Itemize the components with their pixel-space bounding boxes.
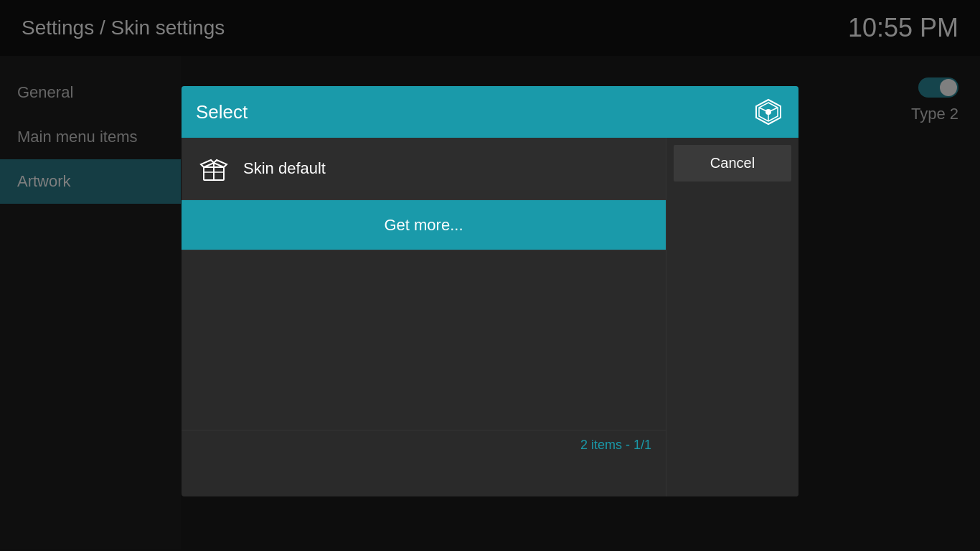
list-empty-area [182,250,666,430]
list-item-skin-default[interactable]: Skin default [182,138,666,200]
cancel-button[interactable]: Cancel [674,145,791,182]
kodi-icon [753,96,784,128]
dialog-list-footer: 2 items - 1/1 [182,430,666,460]
dialog-list: Skin default Get more... 2 items - 1/1 [182,138,666,496]
dialog-overlay: Select [0,0,980,551]
get-more-label: Get more... [384,216,463,235]
dialog-body: Skin default Get more... 2 items - 1/1 [182,138,798,496]
skin-default-label: Skin default [243,159,326,178]
list-item-get-more[interactable]: Get more... [182,200,666,250]
select-dialog: Select [182,86,798,496]
dialog-header: Select [182,86,798,138]
box-icon [196,151,232,187]
items-count: 2 items - 1/1 [580,438,651,452]
dialog-title: Select [196,101,248,123]
dialog-buttons: Cancel [666,138,798,496]
